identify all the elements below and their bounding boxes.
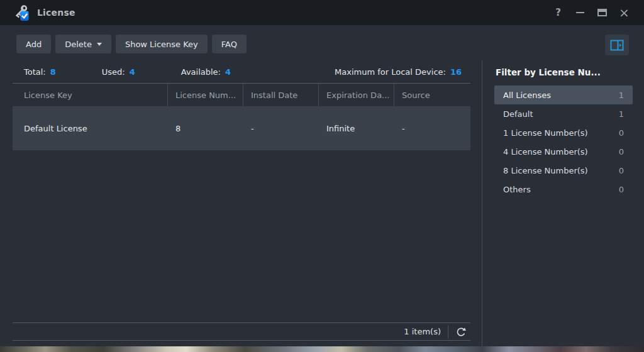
stat-total: Total: 8 xyxy=(13,67,56,77)
main-panel: Total: 8 Used: 4 Available: 4 Maximum fo… xyxy=(0,60,482,346)
item-count: 1 item(s) xyxy=(404,327,441,336)
column-header-license-number[interactable]: License Num... xyxy=(168,84,243,106)
filter-sidebar-title: Filter by License Nu... xyxy=(496,67,633,77)
content-area: Total: 8 Used: 4 Available: 4 Maximum fo… xyxy=(0,60,644,346)
stat-maximum: Maximum for Local Device: 16 xyxy=(323,67,470,77)
stat-used: Used: 4 xyxy=(91,67,135,77)
stat-available-value: 4 xyxy=(225,67,231,77)
column-header-expiration-date[interactable]: Expiration Da... xyxy=(319,84,394,106)
stat-used-label: Used: xyxy=(102,67,125,77)
filter-sidebar: Filter by License Nu... All Licenses 1 D… xyxy=(482,60,644,346)
refresh-button[interactable] xyxy=(455,326,467,338)
filter-item-label: 4 License Number(s) xyxy=(503,147,588,157)
window-controls: ? × xyxy=(547,4,635,21)
column-header-license-key[interactable]: License Key xyxy=(13,84,168,106)
chevron-down-icon xyxy=(97,43,102,46)
cell-expiration-date: Infinite xyxy=(319,106,394,150)
license-key-app-icon xyxy=(12,4,30,21)
table-row[interactable]: Default License 8 - Infinite - xyxy=(13,106,470,150)
cell-license-key: Default License xyxy=(13,106,168,150)
column-header-source[interactable]: Source xyxy=(394,84,470,106)
filter-item-4-license-number[interactable]: 4 License Number(s) 0 xyxy=(494,142,633,161)
stat-available-label: Available: xyxy=(181,67,221,77)
show-license-key-button[interactable]: Show License Key xyxy=(116,35,208,53)
filter-item-label: 8 License Number(s) xyxy=(503,166,588,175)
stat-used-value: 4 xyxy=(130,67,135,77)
table-footer: 1 item(s) xyxy=(13,322,470,341)
stat-total-value: 8 xyxy=(50,67,56,77)
toggle-side-panel-button[interactable] xyxy=(605,35,629,55)
footer-divider xyxy=(448,326,448,338)
filter-item-count: 0 xyxy=(619,147,624,157)
refresh-icon xyxy=(455,326,467,338)
stat-total-label: Total: xyxy=(24,67,46,77)
license-stats-bar: Total: 8 Used: 4 Available: 4 Maximum fo… xyxy=(13,60,470,84)
column-header-install-date[interactable]: Install Date xyxy=(243,84,319,106)
table-header: License Key License Num... Install Date … xyxy=(13,84,470,106)
stat-maximum-value: 16 xyxy=(450,67,462,77)
filter-item-count: 1 xyxy=(619,91,624,100)
filter-item-count: 0 xyxy=(619,128,624,138)
delete-button[interactable]: Delete xyxy=(55,35,111,53)
filter-item-label: 1 License Number(s) xyxy=(503,128,588,138)
filter-item-label: Others xyxy=(503,185,531,194)
filter-item-default[interactable]: Default 1 xyxy=(494,104,633,123)
faq-button[interactable]: FAQ xyxy=(212,35,247,53)
license-window: License ? × Add Delete Show License Key … xyxy=(0,0,644,346)
filter-item-all-licenses[interactable]: All Licenses 1 xyxy=(494,85,633,104)
cell-license-number: 8 xyxy=(168,106,243,150)
filter-item-label: Default xyxy=(503,109,533,119)
filter-item-1-license-number[interactable]: 1 License Number(s) 0 xyxy=(494,123,633,142)
delete-button-label: Delete xyxy=(65,40,92,49)
filter-item-count: 0 xyxy=(619,185,624,194)
add-button[interactable]: Add xyxy=(16,35,51,53)
close-icon[interactable]: × xyxy=(613,4,635,21)
maximize-icon[interactable] xyxy=(591,4,613,21)
side-panel-icon xyxy=(610,40,624,51)
stat-maximum-label: Maximum for Local Device: xyxy=(335,67,446,77)
toolbar: Add Delete Show License Key FAQ xyxy=(0,25,644,60)
window-title: License xyxy=(37,8,75,18)
filter-item-count: 0 xyxy=(619,166,624,175)
help-icon[interactable]: ? xyxy=(547,4,569,21)
filter-item-count: 1 xyxy=(619,109,624,119)
filter-item-8-license-number[interactable]: 8 License Number(s) 0 xyxy=(494,161,633,180)
stat-available: Available: 4 xyxy=(170,67,231,77)
table-empty-area xyxy=(13,150,470,322)
filter-item-label: All Licenses xyxy=(503,91,551,100)
desktop-wallpaper-sliver xyxy=(0,346,644,352)
titlebar: License ? × xyxy=(0,0,644,25)
cell-install-date: - xyxy=(243,106,319,150)
minimize-icon[interactable] xyxy=(569,4,591,21)
filter-item-others[interactable]: Others 0 xyxy=(494,180,633,199)
cell-source: - xyxy=(394,106,470,150)
